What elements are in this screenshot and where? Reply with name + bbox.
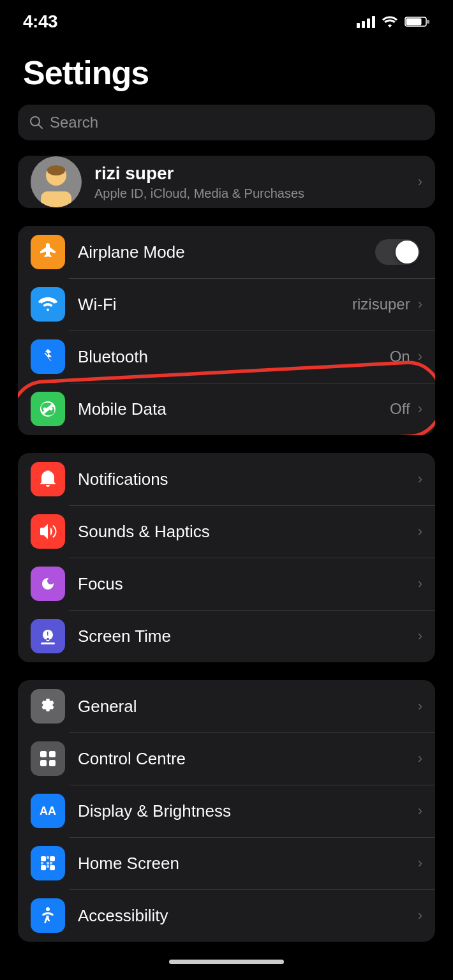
svg-rect-14: [40, 751, 47, 757]
screen-time-icon: [31, 619, 65, 653]
settings-item-home-screen[interactable]: Home Screen ›: [18, 837, 435, 889]
display-label: Display & Brightness: [78, 801, 417, 821]
svg-rect-24: [41, 865, 46, 870]
search-icon: [29, 115, 43, 130]
status-icons: [357, 15, 430, 28]
svg-point-27: [46, 907, 50, 911]
home-screen-icon: [31, 846, 65, 880]
accessibility-svg: [39, 907, 57, 924]
svg-rect-2: [406, 19, 422, 26]
settings-item-wifi[interactable]: Wi-Fi rizisuper ›: [18, 278, 435, 330]
accessibility-label: Accessibility: [78, 906, 417, 926]
home-indicator: [0, 960, 453, 977]
display-icon: AA: [31, 794, 65, 828]
settings-item-focus[interactable]: Focus ›: [18, 558, 435, 610]
notifications-label: Notifications: [78, 470, 417, 489]
sounds-chevron-icon: ›: [418, 523, 422, 540]
settings-item-notifications[interactable]: Notifications ›: [18, 453, 435, 505]
bluetooth-chevron-icon: ›: [418, 348, 422, 365]
home-screen-label: Home Screen: [78, 854, 417, 873]
status-bar: 4:43: [0, 0, 453, 38]
svg-rect-22: [47, 862, 49, 865]
settings-item-mobile-data[interactable]: Mobile Data Off ›: [18, 383, 435, 435]
general-icon: [31, 689, 65, 724]
toggle-thumb: [396, 241, 419, 264]
svg-point-11: [47, 408, 50, 411]
avatar-image: [31, 156, 82, 207]
svg-rect-1: [427, 20, 429, 24]
display-chevron-icon: ›: [418, 803, 422, 819]
control-centre-icon: [31, 741, 65, 776]
sounds-icon: [31, 514, 65, 549]
airplane-mode-icon: [31, 235, 65, 269]
settings-item-accessibility[interactable]: Accessibility ›: [18, 889, 435, 942]
general-svg: [39, 697, 57, 715]
wifi-value: rizisuper: [352, 295, 410, 313]
svg-rect-15: [49, 751, 56, 757]
settings-item-control-centre[interactable]: Control Centre ›: [18, 732, 435, 785]
airplane-mode-label: Airplane Mode: [78, 242, 375, 262]
settings-item-display[interactable]: AA Display & Brightness ›: [18, 785, 435, 837]
settings-item-sounds[interactable]: Sounds & Haptics ›: [18, 505, 435, 558]
home-bar: [169, 960, 284, 964]
accessibility-chevron-icon: ›: [418, 907, 422, 924]
airplane-svg: [38, 242, 57, 262]
svg-rect-16: [40, 760, 47, 766]
mobile-data-icon: [31, 392, 65, 426]
notifications-chevron-icon: ›: [418, 471, 422, 487]
general-chevron-icon: ›: [418, 698, 422, 715]
svg-rect-23: [50, 862, 52, 865]
profile-item[interactable]: rizi super Apple ID, iCloud, Media & Pur…: [18, 156, 435, 208]
svg-rect-20: [50, 856, 55, 861]
notifications-icon: [31, 462, 65, 496]
battery-status-icon: [405, 15, 430, 28]
mobile-data-chevron-icon: ›: [418, 401, 422, 417]
bluetooth-svg: [41, 347, 54, 366]
search-bar[interactable]: Search: [18, 105, 435, 140]
svg-rect-7: [41, 191, 71, 207]
wifi-icon: [31, 287, 65, 322]
general-group: General › Control Centre › AA Display & …: [18, 680, 435, 942]
status-time: 4:43: [23, 11, 57, 32]
settings-item-bluetooth[interactable]: Bluetooth On ›: [18, 330, 435, 383]
sounds-svg: [39, 523, 57, 540]
bluetooth-icon: [31, 339, 65, 374]
settings-item-airplane-mode[interactable]: Airplane Mode: [18, 226, 435, 278]
focus-svg: [40, 576, 56, 591]
wifi-chevron-icon: ›: [418, 296, 422, 313]
control-centre-chevron-icon: ›: [418, 750, 422, 767]
page-title: Settings: [0, 38, 453, 105]
mobile-data-value: Off: [390, 400, 410, 418]
home-screen-svg: [39, 854, 57, 872]
focus-chevron-icon: ›: [418, 575, 422, 592]
settings-item-general[interactable]: General ›: [18, 680, 435, 732]
screen-time-chevron-icon: ›: [418, 628, 422, 644]
signal-bars-icon: [357, 15, 375, 28]
control-centre-label: Control Centre: [78, 749, 417, 769]
notifications-group: Notifications › Sounds & Haptics › Focus…: [18, 453, 435, 662]
svg-rect-19: [47, 856, 49, 859]
svg-rect-9: [47, 168, 65, 172]
settings-item-screen-time[interactable]: Screen Time ›: [18, 610, 435, 662]
profile-group: rizi super Apple ID, iCloud, Media & Pur…: [18, 156, 435, 208]
mobile-data-svg: [39, 400, 57, 418]
avatar: [31, 156, 82, 207]
focus-icon: [31, 567, 65, 601]
svg-rect-17: [49, 760, 56, 766]
profile-info: rizi super Apple ID, iCloud, Media & Pur…: [94, 163, 404, 201]
accessibility-icon: [31, 898, 65, 933]
home-screen-chevron-icon: ›: [418, 855, 422, 872]
svg-point-10: [43, 408, 47, 411]
profile-name: rizi super: [94, 163, 404, 184]
wifi-svg: [38, 297, 57, 312]
bluetooth-value: On: [390, 348, 410, 366]
general-label: General: [78, 697, 417, 716]
screen-time-label: Screen Time: [78, 627, 417, 646]
notifications-svg: [39, 470, 57, 488]
wifi-label: Wi-Fi: [78, 295, 352, 315]
airplane-mode-toggle[interactable]: [375, 239, 420, 265]
svg-point-12: [50, 408, 53, 411]
svg-line-4: [39, 125, 43, 129]
svg-rect-26: [50, 865, 55, 870]
screen-time-svg: [40, 627, 56, 645]
